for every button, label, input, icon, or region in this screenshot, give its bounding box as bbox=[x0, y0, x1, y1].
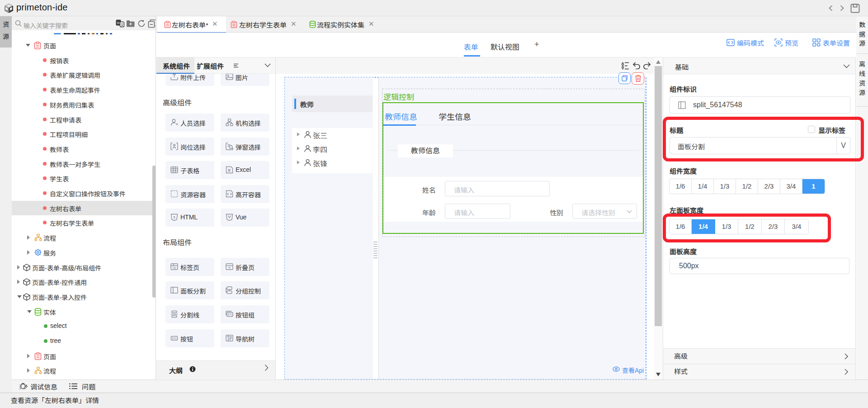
svg-text:in: in bbox=[117, 21, 120, 25]
svg-text:Tab: Tab bbox=[172, 266, 176, 269]
svg-text:文: 文 bbox=[120, 23, 124, 27]
svg-text:BTN: BTN bbox=[172, 337, 177, 340]
svg-text:BTN: BTN bbox=[228, 313, 232, 316]
svg-text:5: 5 bbox=[174, 216, 175, 219]
